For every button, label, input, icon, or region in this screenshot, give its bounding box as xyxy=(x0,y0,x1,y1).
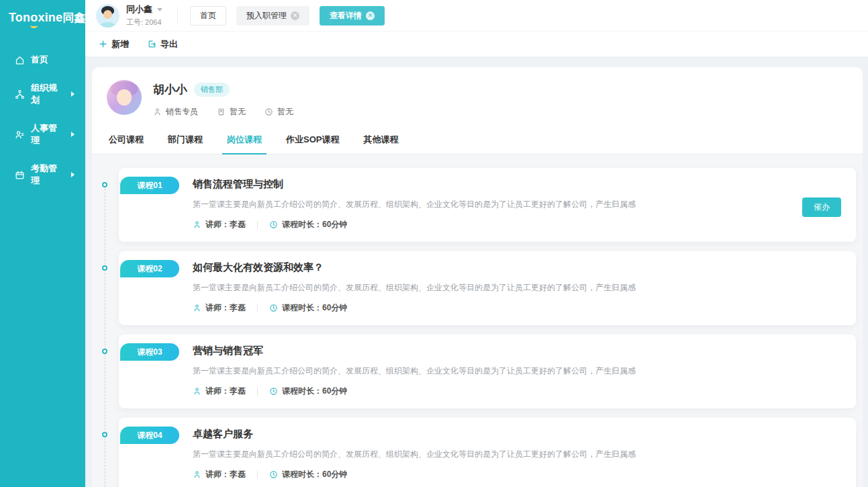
timeline-dot xyxy=(102,265,107,271)
course-tabs: 公司课程 部门课程 岗位课程 作业SOP课程 其他课程 xyxy=(92,127,863,154)
course-row: 课程03 营销与销售冠军 第一堂课主要是向新员工介绍公司的简介、发展历程、组织架… xyxy=(119,335,856,408)
course-description: 第一堂课主要是向新员工介绍公司的简介、发展历程、组织架构、企业文化等目的是为了让… xyxy=(193,449,762,460)
divider xyxy=(257,471,258,479)
idcard-info: 暂无 xyxy=(217,106,246,118)
breadcrumb-tab-home[interactable]: 首页 xyxy=(190,6,226,26)
teacher-icon xyxy=(193,220,201,229)
sidebar-item-label: 首页 xyxy=(31,54,48,66)
course-description: 第一堂课主要是向新员工介绍公司的简介、发展历程、组织架构、企业文化等目的是为了让… xyxy=(193,282,762,294)
tab-sop-courses[interactable]: 作业SOP课程 xyxy=(284,127,341,154)
course-row: 课程04 卓越客户服务 第一堂课主要是向新员工介绍公司的简介、发展历程、组织架构… xyxy=(119,418,856,487)
sidebar-item-label: 人事管理 xyxy=(31,122,65,146)
course-teacher: 讲师：李磊 xyxy=(205,302,246,314)
close-icon[interactable]: ✕ xyxy=(366,11,375,20)
timeline-dot xyxy=(102,182,107,187)
course-title: 营销与销售冠军 xyxy=(193,345,762,357)
timeline-dot xyxy=(102,432,107,437)
sidebar-item-label: 考勤管理 xyxy=(31,163,65,187)
course-number-badge: 课程02 xyxy=(120,260,179,277)
divider xyxy=(257,221,258,229)
user-menu[interactable]: 同小鑫 工号: 2064 xyxy=(96,3,162,28)
user-avatar xyxy=(96,4,119,28)
position-icon xyxy=(153,107,162,116)
sidebar-item-org-planning[interactable]: 组织规划 xyxy=(0,74,85,114)
course-teacher: 讲师：李磊 xyxy=(205,219,246,230)
export-icon xyxy=(148,40,156,48)
home-icon xyxy=(15,55,25,65)
sidebar-nav: 首页 组织规划 人事管理 考勤管理 xyxy=(0,46,85,195)
tab-other-courses[interactable]: 其他课程 xyxy=(361,127,400,154)
teacher-icon xyxy=(193,470,201,479)
divider xyxy=(257,304,258,312)
brand-logo-text: Ton xyxy=(9,11,30,24)
course-duration: 课程时长：60分钟 xyxy=(282,469,347,480)
topbar: 同小鑫 工号: 2064 首页 预入职管理 ✕ 查看详情 ✕ xyxy=(85,0,868,31)
course-teacher: 讲师：李磊 xyxy=(205,469,246,480)
app-window: Tonoxine同鑫 首页 组织规划 人事管理 xyxy=(0,0,868,487)
employee-number: 工号: 2064 xyxy=(126,17,162,28)
export-button[interactable]: 导出 xyxy=(148,38,178,50)
caret-down-icon xyxy=(157,8,162,11)
people-icon xyxy=(15,130,25,140)
main-column: 同小鑫 工号: 2064 首页 预入职管理 ✕ 查看详情 ✕ xyxy=(85,0,868,487)
page-body: 胡小小 销售部 销售专员 xyxy=(85,56,868,487)
clock-icon xyxy=(269,220,278,229)
time-info: 暂无 xyxy=(264,106,293,118)
clock-icon xyxy=(264,107,273,116)
course-card: 课程02 如何最大化有效资源和效率？ 第一堂课主要是向新员工介绍公司的简介、发展… xyxy=(119,251,856,325)
course-title: 卓越客户服务 xyxy=(193,428,762,441)
add-button[interactable]: 新增 xyxy=(99,38,129,50)
timeline-line xyxy=(105,185,105,487)
divider xyxy=(257,388,258,396)
sidebar: Tonoxine同鑫 首页 组织规划 人事管理 xyxy=(0,0,85,487)
course-card: 课程04 卓越客户服务 第一堂课主要是向新员工介绍公司的简介、发展历程、组织架构… xyxy=(119,418,856,487)
course-number-badge: 课程01 xyxy=(120,177,179,194)
brand-logo: Tonoxine同鑫 xyxy=(0,0,85,26)
position-info: 销售专员 xyxy=(153,106,198,118)
chevron-right-icon xyxy=(71,172,75,177)
sidebar-item-home[interactable]: 首页 xyxy=(0,46,85,74)
smile-icon xyxy=(30,23,38,28)
course-title: 销售流程管理与控制 xyxy=(193,178,762,191)
brand-logo-cn: 同鑫 xyxy=(62,11,85,24)
close-icon[interactable]: ✕ xyxy=(291,11,299,20)
course-row: 课程01 销售流程管理与控制 第一堂课主要是向新员工介绍公司的简介、发展历程、组… xyxy=(119,168,856,242)
course-title: 如何最大化有效资源和效率？ xyxy=(193,261,762,274)
sidebar-item-label: 组织规划 xyxy=(31,82,65,106)
department-badge: 销售部 xyxy=(194,83,230,97)
sidebar-item-attendance[interactable]: 考勤管理 xyxy=(0,154,85,195)
course-card: 课程01 销售流程管理与控制 第一堂课主要是向新员工介绍公司的简介、发展历程、组… xyxy=(119,168,856,242)
breadcrumb-tab-preonboarding[interactable]: 预入职管理 ✕ xyxy=(236,6,309,26)
chevron-right-icon xyxy=(71,132,75,137)
course-duration: 课程时长：60分钟 xyxy=(282,302,347,314)
urge-button[interactable]: 催办 xyxy=(802,197,841,217)
clock-icon xyxy=(269,304,278,312)
org-icon xyxy=(15,89,25,99)
id-card-icon xyxy=(217,107,226,116)
tab-department-courses[interactable]: 部门课程 xyxy=(166,127,205,154)
clock-icon xyxy=(269,470,278,479)
employee-avatar xyxy=(107,80,142,115)
course-description: 第一堂课主要是向新员工介绍公司的简介、发展历程、组织架构、企业文化等目的是为了让… xyxy=(193,199,762,210)
course-card: 课程03 营销与销售冠军 第一堂课主要是向新员工介绍公司的简介、发展历程、组织架… xyxy=(119,335,856,408)
course-number-badge: 课程04 xyxy=(120,427,179,444)
divider xyxy=(177,7,178,24)
course-row: 课程02 如何最大化有效资源和效率？ 第一堂课主要是向新员工介绍公司的简介、发展… xyxy=(119,251,856,325)
tab-company-courses[interactable]: 公司课程 xyxy=(107,127,146,154)
course-description: 第一堂课主要是向新员工介绍公司的简介、发展历程、组织架构、企业文化等目的是为了让… xyxy=(193,365,762,377)
course-list: 课程01 销售流程管理与控制 第一堂课主要是向新员工介绍公司的简介、发展历程、组… xyxy=(92,154,863,487)
employee-profile: 胡小小 销售部 销售专员 xyxy=(92,67,863,118)
chevron-right-icon xyxy=(71,91,75,97)
breadcrumb-tab-view-detail[interactable]: 查看详情 ✕ xyxy=(320,6,385,26)
employee-info-row: 销售专员 暂无 xyxy=(153,106,293,118)
employee-name: 胡小小 xyxy=(153,82,187,97)
breadcrumb: 首页 预入职管理 ✕ 查看详情 ✕ xyxy=(190,6,385,26)
plus-icon xyxy=(99,40,107,48)
course-number-badge: 课程03 xyxy=(120,343,179,361)
sidebar-item-hr-management[interactable]: 人事管理 xyxy=(0,114,85,154)
course-duration: 课程时长：60分钟 xyxy=(282,386,347,397)
tab-position-courses[interactable]: 岗位课程 xyxy=(225,127,264,154)
clock-icon xyxy=(269,387,278,396)
action-toolbar: 新增 导出 xyxy=(85,31,868,56)
course-duration: 课程时长：60分钟 xyxy=(282,219,347,230)
